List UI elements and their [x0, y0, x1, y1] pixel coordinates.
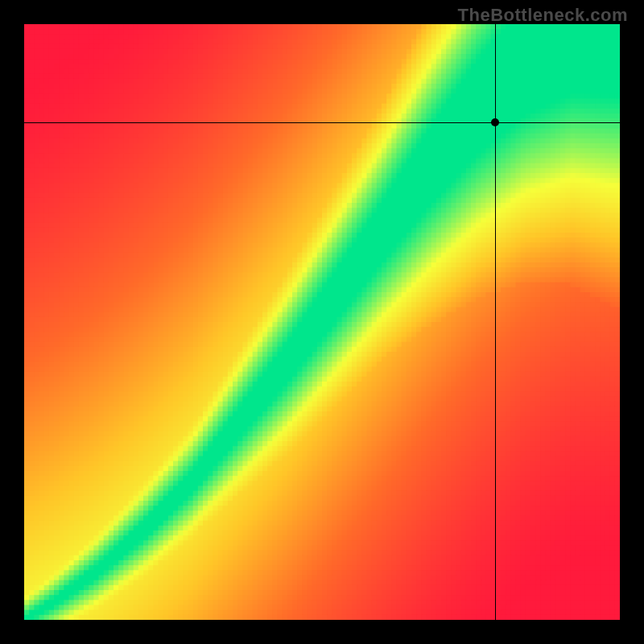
watermark-text: TheBottleneck.com [458, 5, 628, 26]
stage: TheBottleneck.com [0, 0, 644, 644]
heatmap-plot [24, 24, 620, 620]
heatmap-canvas [24, 24, 620, 620]
crosshair-vertical [495, 24, 496, 620]
marker-dot [491, 118, 499, 126]
crosshair-horizontal [24, 122, 620, 123]
